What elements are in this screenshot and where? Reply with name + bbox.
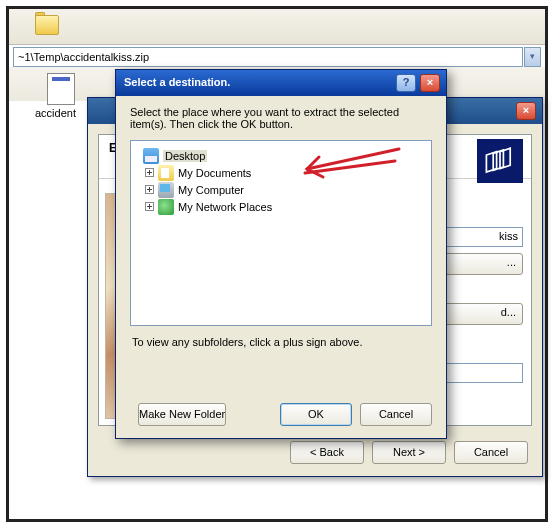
tree-node-label: My Documents: [178, 167, 251, 179]
expand-icon[interactable]: [145, 185, 154, 194]
tree-node-label: My Network Places: [178, 201, 272, 213]
expand-icon[interactable]: [145, 202, 154, 211]
desktop-icon: [143, 148, 159, 164]
tree-node-label: Desktop: [163, 150, 207, 162]
ok-button[interactable]: OK: [280, 403, 352, 426]
dialog-instruction: Select the place where you want to extra…: [130, 106, 432, 130]
tree-node-mydocs[interactable]: My Documents: [135, 164, 427, 181]
address-bar[interactable]: ~1\Temp\accidentalkiss.zip: [13, 47, 523, 67]
dialog-hint: To view any subfolders, click a plus sig…: [132, 336, 430, 348]
folder-tree[interactable]: Desktop My Documents My Computer My Netw…: [130, 140, 432, 326]
next-button[interactable]: Next >: [372, 441, 446, 464]
help-icon[interactable]: ?: [396, 74, 416, 92]
close-icon[interactable]: ×: [516, 102, 536, 120]
zip-file-icon[interactable]: [47, 73, 75, 105]
documents-icon: [158, 165, 174, 181]
cancel-button[interactable]: Cancel: [454, 441, 528, 464]
computer-icon: [158, 182, 174, 198]
select-destination-dialog: Select a destination. ? × Select the pla…: [115, 69, 447, 439]
back-button[interactable]: < Back: [290, 441, 364, 464]
close-icon[interactable]: ×: [420, 74, 440, 92]
dialog-buttons: Make New Folder OK Cancel: [130, 403, 432, 426]
dialog-body: Select the place where you want to extra…: [116, 96, 446, 358]
tree-node-label: My Computer: [178, 184, 244, 196]
tree-node-mycomputer[interactable]: My Computer: [135, 181, 427, 198]
cancel-button[interactable]: Cancel: [360, 403, 432, 426]
tree-node-network[interactable]: My Network Places: [135, 198, 427, 215]
dialog-titlebar[interactable]: Select a destination. ? ×: [116, 70, 446, 96]
app-window: ~1\Temp\accidentalkiss.zip ▾ accident × …: [6, 6, 548, 522]
address-dropdown-button[interactable]: ▾: [524, 47, 541, 67]
make-new-folder-button[interactable]: Make New Folder: [138, 403, 226, 426]
wizard-buttons: < Back Next > Cancel: [290, 441, 528, 464]
expand-icon[interactable]: [145, 168, 154, 177]
folder-icon: [35, 15, 59, 35]
explorer-toolbar: [9, 9, 545, 45]
tree-node-desktop[interactable]: Desktop: [135, 147, 427, 164]
dialog-title: Select a destination.: [124, 76, 230, 88]
network-icon: [158, 199, 174, 215]
wizard-logo-icon: [477, 139, 523, 183]
zip-file-label[interactable]: accident: [35, 107, 76, 119]
